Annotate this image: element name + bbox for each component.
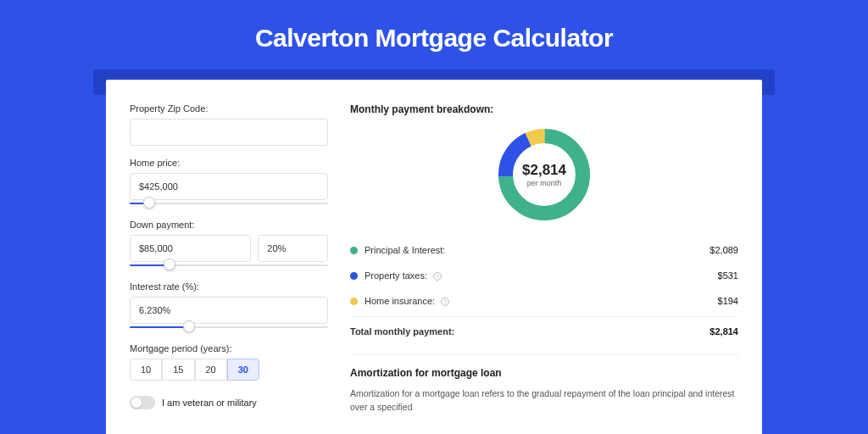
down-payment-group: Down payment: — [130, 220, 328, 270]
inputs-panel: Property Zip Code: Home price: Down paym… — [106, 80, 343, 434]
amortization-text: Amortization for a mortgage loan refers … — [350, 387, 738, 415]
donut-center: $2,814 per month — [522, 162, 566, 187]
zip-group: Property Zip Code: — [130, 103, 328, 146]
info-icon[interactable]: ? — [433, 272, 442, 281]
total-label: Total monthly payment: — [350, 326, 709, 337]
home-price-group: Home price: — [130, 158, 328, 208]
slider-thumb[interactable] — [164, 259, 175, 270]
home-price-input[interactable] — [130, 173, 328, 200]
period-option-10[interactable]: 10 — [130, 359, 162, 381]
zip-label: Property Zip Code: — [130, 103, 328, 114]
home-price-slider[interactable] — [130, 199, 328, 208]
zip-input[interactable] — [130, 119, 328, 146]
period-option-20[interactable]: 20 — [195, 359, 227, 381]
period-option-15[interactable]: 15 — [162, 359, 194, 381]
legend-row-insurance: Home insurance: ? $194 — [350, 288, 738, 314]
amortization-title: Amortization for mortgage loan — [350, 367, 738, 379]
veteran-toggle[interactable] — [130, 396, 155, 409]
period-option-30[interactable]: 30 — [227, 359, 259, 381]
breakdown-title: Monthly payment breakdown: — [350, 103, 738, 115]
page-title: Calverton Mortgage Calculator — [0, 0, 868, 70]
down-payment-label: Down payment: — [130, 220, 328, 230]
donut-chart: $2,814 per month — [493, 124, 595, 225]
info-icon[interactable]: ? — [441, 298, 449, 306]
interest-rate-label: Interest rate (%): — [130, 281, 328, 292]
legend-name: Property taxes: ? — [364, 270, 718, 281]
period-group: Mortgage period (years): 10 15 20 30 — [130, 343, 328, 381]
interest-rate-slider[interactable] — [130, 323, 328, 331]
home-price-label: Home price: — [130, 158, 328, 168]
down-payment-pct-input[interactable] — [258, 235, 328, 262]
donut-chart-wrap: $2,814 per month — [350, 124, 738, 225]
legend-value: $531 — [718, 270, 738, 281]
legend-value: $2,089 — [709, 245, 738, 255]
legend-value: $194 — [718, 296, 738, 306]
down-payment-input[interactable] — [130, 235, 251, 262]
amortization-section: Amortization for mortgage loan Amortizat… — [350, 354, 738, 415]
period-segment: 10 15 20 30 — [130, 359, 328, 381]
period-label: Mortgage period (years): — [130, 343, 328, 353]
veteran-toggle-row: I am veteran or military — [130, 396, 328, 409]
donut-center-label: per month — [522, 179, 566, 187]
total-value: $2,814 — [709, 326, 738, 337]
legend-dot-icon — [350, 247, 358, 254]
legend-name: Home insurance: ? — [364, 296, 718, 306]
legend-row-principal: Principal & Interest: $2,089 — [350, 237, 738, 263]
legend-row-total: Total monthly payment: $2,814 — [350, 316, 738, 344]
legend-dot-icon — [350, 272, 358, 280]
interest-rate-group: Interest rate (%): — [130, 281, 328, 331]
legend-row-taxes: Property taxes: ? $531 — [350, 263, 738, 288]
breakdown-panel: Monthly payment breakdown: $2,814 per mo… — [343, 80, 762, 434]
interest-rate-input[interactable] — [130, 297, 328, 324]
slider-thumb[interactable] — [183, 320, 195, 332]
legend-dot-icon — [350, 298, 358, 305]
calculator-card: Property Zip Code: Home price: Down paym… — [106, 80, 762, 434]
legend-name: Principal & Interest: — [364, 245, 709, 255]
veteran-label: I am veteran or military — [162, 398, 257, 408]
slider-thumb[interactable] — [143, 197, 155, 209]
donut-center-amount: $2,814 — [522, 162, 566, 179]
down-payment-slider[interactable] — [130, 261, 328, 270]
